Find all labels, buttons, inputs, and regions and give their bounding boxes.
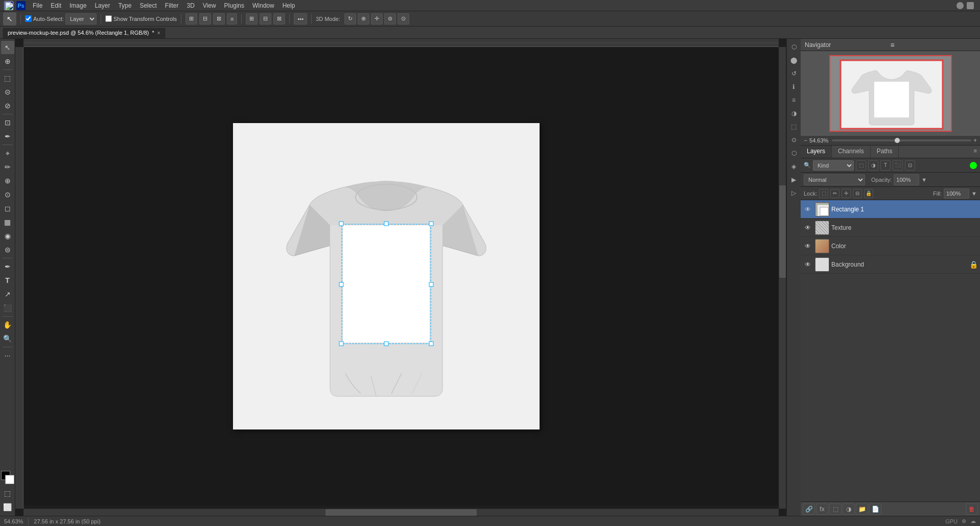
align-justify-btn[interactable]: ≡: [227, 13, 237, 25]
layer-row-rectangle1[interactable]: 👁 Rectangle 1: [801, 200, 980, 219]
filter-toggle[interactable]: [970, 162, 977, 169]
menu-3d[interactable]: 3D: [182, 1, 198, 10]
layers-panel-menu[interactable]: ≡: [971, 146, 980, 158]
panel-icon-color[interactable]: ⬤: [788, 54, 800, 66]
panel-icon-layers[interactable]: ⬚: [788, 121, 800, 133]
tool-marquee[interactable]: ⬚: [1, 71, 14, 85]
tool-move[interactable]: ↖: [1, 41, 14, 54]
tool-eraser[interactable]: ◻: [1, 202, 14, 215]
tool-heal[interactable]: ⌖: [1, 147, 14, 160]
menu-plugins[interactable]: Plugins: [220, 1, 248, 10]
menu-help[interactable]: Help: [278, 1, 299, 10]
new-group-btn[interactable]: 📁: [856, 504, 868, 515]
auto-select-checkbox[interactable]: [25, 15, 32, 22]
distribute-3[interactable]: ⊠: [273, 13, 285, 25]
zoom-track[interactable]: [832, 139, 971, 141]
layer-eye-background[interactable]: 👁: [803, 259, 813, 270]
align-center-btn[interactable]: ⊟: [199, 13, 211, 25]
tool-brush[interactable]: ✏: [1, 160, 14, 174]
filter-pixel-btn[interactable]: ⬚: [856, 160, 866, 171]
panel-icon-timeline[interactable]: ▶: [788, 174, 800, 186]
tool-crop[interactable]: ⊡: [1, 116, 14, 129]
tab-paths[interactable]: Paths: [871, 146, 899, 158]
tool-dodge[interactable]: ⊜: [1, 243, 14, 256]
navigator-menu-btn[interactable]: ≡: [891, 41, 976, 49]
layer-eye-rectangle1[interactable]: 👁: [803, 204, 813, 214]
v-scrollbar[interactable]: [779, 47, 786, 509]
canvas-wrapper[interactable]: [24, 47, 786, 506]
panel-icon-3d[interactable]: ⬡: [788, 147, 800, 159]
rotate-btn[interactable]: ↻: [344, 13, 356, 25]
link-layers-btn[interactable]: 🔗: [803, 504, 815, 515]
tool-magic-wand[interactable]: ⊘: [1, 99, 14, 112]
tool-path[interactable]: ↗: [1, 288, 14, 301]
search-btn[interactable]: [956, 2, 964, 9]
filter-adjustment-btn[interactable]: ◑: [868, 160, 878, 171]
transform-checkbox[interactable]: [105, 15, 112, 22]
tool-text[interactable]: T: [1, 274, 14, 287]
panel-icon-actions[interactable]: ▷: [788, 187, 800, 199]
lock-position-btn[interactable]: ✛: [842, 189, 851, 198]
zoom-out-icon[interactable]: −: [804, 137, 807, 144]
tool-pen[interactable]: ✒: [1, 260, 14, 273]
quick-mask[interactable]: ⬚: [1, 487, 14, 500]
panel-icon-info[interactable]: ⬡: [788, 41, 800, 53]
opacity-input[interactable]: [894, 174, 919, 185]
panel-icon-cc[interactable]: ≡: [788, 94, 800, 106]
menu-select[interactable]: Select: [135, 1, 160, 10]
delete-layer-btn[interactable]: 🗑: [966, 504, 978, 515]
more-options[interactable]: •••: [294, 13, 307, 25]
new-fill-btn[interactable]: ◑: [843, 504, 855, 515]
auto-select-dropdown[interactable]: Layer Group: [65, 13, 97, 25]
tool-lasso[interactable]: ⊝: [1, 85, 14, 99]
panel-icon-styles[interactable]: ◈: [788, 160, 800, 173]
canvas-area[interactable]: [15, 39, 786, 516]
panel-icon-adjustments[interactable]: ◑: [788, 107, 800, 119]
tool-blur[interactable]: ◉: [1, 229, 14, 243]
filter-type-btn[interactable]: T: [880, 160, 891, 171]
fill-input[interactable]: [944, 188, 969, 199]
align-left-btn[interactable]: ⊞: [185, 13, 197, 25]
pan-btn[interactable]: ✛: [371, 13, 383, 25]
h-scrollbar-thumb[interactable]: [325, 509, 477, 516]
zoom-btn[interactable]: ⊜: [384, 13, 396, 25]
window-controls[interactable]: [967, 2, 974, 9]
lock-transparent-btn[interactable]: ⬚: [819, 189, 828, 198]
layer-row-background[interactable]: 👁 Background 🔒: [801, 255, 980, 274]
navigator-preview[interactable]: [829, 55, 952, 132]
tool-history[interactable]: ⊙: [1, 188, 14, 201]
menu-type[interactable]: Type: [114, 1, 135, 10]
layer-eye-color[interactable]: 👁: [803, 241, 813, 251]
snap-btn[interactable]: ⊙: [398, 13, 409, 25]
menu-edit[interactable]: Edit: [46, 1, 65, 10]
tab-close-btn[interactable]: ×: [157, 30, 160, 36]
v-scrollbar-thumb[interactable]: [779, 185, 786, 278]
filter-kind-select[interactable]: Kind: [813, 160, 854, 171]
filter-shape-btn[interactable]: ⬛: [893, 160, 903, 171]
tab-channels[interactable]: Channels: [832, 146, 871, 158]
layer-eye-texture[interactable]: 👁: [803, 223, 813, 233]
tool-gradient[interactable]: ▦: [1, 216, 14, 229]
menu-image[interactable]: Image: [65, 1, 90, 10]
opacity-arrow[interactable]: ▼: [921, 177, 927, 183]
background-color[interactable]: [5, 475, 14, 484]
distribute-2[interactable]: ⊟: [260, 13, 271, 25]
zoom-thumb[interactable]: [895, 138, 900, 143]
tool-hand[interactable]: ✋: [1, 318, 14, 331]
lock-artboards-btn[interactable]: ⊟: [853, 189, 862, 198]
fill-arrow[interactable]: ▼: [971, 190, 977, 197]
menu-file[interactable]: File: [29, 1, 46, 10]
add-mask-btn[interactable]: ⬚: [829, 504, 842, 515]
zoom-in-icon[interactable]: +: [973, 137, 977, 144]
document-tab[interactable]: preview-mockup-tee.psd @ 54.6% (Rectangl…: [2, 27, 166, 38]
color-swatches[interactable]: [1, 471, 14, 484]
align-right-btn[interactable]: ⊠: [213, 13, 225, 25]
menu-window[interactable]: Window: [248, 1, 278, 10]
tool-clone[interactable]: ⊕: [1, 174, 14, 187]
menu-view[interactable]: View: [199, 1, 220, 10]
tool-artboard[interactable]: ⊕: [1, 55, 14, 68]
blend-mode-select[interactable]: Normal Multiply Screen Overlay: [804, 174, 865, 185]
menu-layer[interactable]: Layer: [90, 1, 114, 10]
move-tool-icon[interactable]: ↖: [3, 12, 16, 26]
tool-zoom[interactable]: 🔍: [1, 332, 14, 345]
